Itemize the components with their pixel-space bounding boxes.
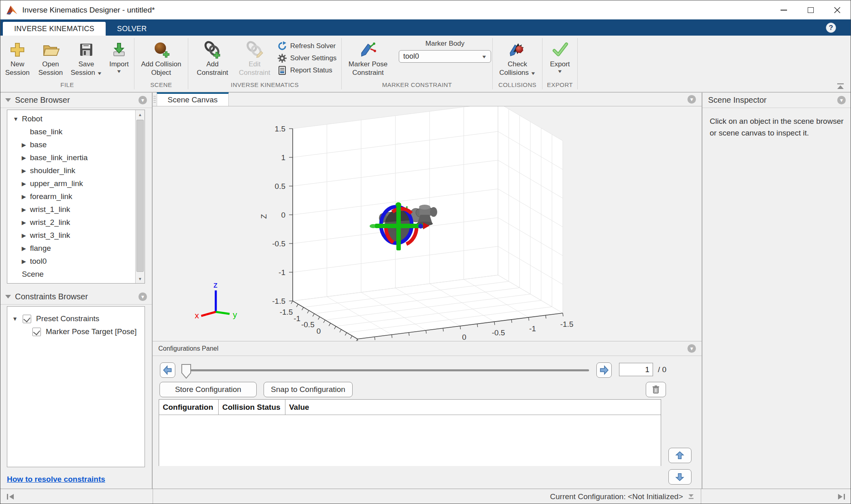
configuration-index-input[interactable] — [619, 363, 653, 376]
ribbon: New Session Open Session Save Session ▼ … — [0, 36, 851, 93]
move-configuration-up-button[interactable] — [668, 448, 691, 463]
marker-pose-constraint-button[interactable]: Marker Pose Constraint — [343, 39, 393, 77]
scroll-down-icon[interactable]: ▼ — [136, 274, 145, 283]
export-dropdown-caret: ▼ — [557, 69, 563, 74]
maximize-button[interactable] — [797, 0, 824, 19]
status-bar: Current Configuration: <Not Initialized> — [0, 489, 851, 504]
move-configuration-down-button[interactable] — [668, 469, 691, 485]
help-button[interactable]: ? — [826, 23, 836, 33]
expand-arrow-icon[interactable]: ▶ — [19, 245, 28, 252]
report-status-button[interactable]: Report Status — [277, 66, 336, 75]
expand-arrow-icon[interactable]: ▶ — [19, 142, 28, 148]
snap-to-configuration-button[interactable]: Snap to Configuration — [264, 382, 353, 397]
preset-constraints-checkbox[interactable] — [23, 315, 31, 323]
panel-grip-icon[interactable] — [153, 96, 157, 106]
tree-item-robot[interactable]: ▼Robot — [7, 112, 135, 125]
expand-arrow-icon[interactable]: ▼ — [11, 316, 19, 322]
expand-arrow-icon[interactable]: ▶ — [19, 219, 28, 226]
tree-item-base-link[interactable]: base_link — [7, 125, 135, 138]
tree-item-wrist-2-link[interactable]: ▶wrist_2_link — [7, 216, 135, 229]
constraint-item-preset[interactable]: ▼ Preset Constraints — [7, 312, 145, 325]
edit-constraint-button[interactable]: Edit Constraint — [235, 39, 274, 77]
tree-item-base-link-inertia[interactable]: ▶base_link_inertia — [7, 151, 135, 164]
expand-arrow-icon[interactable]: ▶ — [19, 155, 28, 161]
collapse-ribbon-button[interactable] — [836, 83, 845, 89]
expand-arrow-icon[interactable]: ▶ — [19, 258, 28, 265]
scrollbar[interactable]: ▲ ▼ — [135, 110, 145, 283]
new-session-button[interactable]: New Session — [1, 39, 34, 77]
add-collision-object-button[interactable]: Add Collision Object — [138, 39, 184, 77]
svg-text:-1: -1 — [294, 314, 300, 323]
section-label-inverse-kinematics: INVERSE KINEMATICS — [188, 81, 341, 92]
svg-text:-1: -1 — [279, 268, 285, 277]
ribbon-group-scene: Add Collision Object SCENE — [134, 36, 188, 92]
marker-pose-target-checkbox[interactable] — [32, 328, 41, 336]
solver-settings-icon — [277, 53, 287, 63]
tab-scene-canvas[interactable]: Scene Canvas — [157, 92, 229, 106]
panel-menu-icon[interactable]: ▼ — [138, 96, 147, 104]
tree-item-wrist-3-link[interactable]: ▶wrist_3_link — [7, 229, 135, 242]
tab-solver[interactable]: SOLVER — [106, 22, 158, 36]
import-button[interactable]: Import ▼ — [105, 39, 133, 74]
expand-arrow-icon[interactable]: ▶ — [19, 180, 28, 187]
expand-arrow-icon[interactable]: ▼ — [11, 116, 20, 122]
tab-inverse-kinematics[interactable]: INVERSE KINEMATICS — [3, 22, 106, 36]
check-collisions-button[interactable]: Check Collisions ▼ — [496, 39, 538, 78]
open-session-button[interactable]: Open Session — [34, 39, 68, 77]
tree-item-tool0[interactable]: ▶tool0 — [7, 255, 135, 268]
status-bar-left — [0, 489, 153, 504]
close-button[interactable] — [824, 0, 851, 19]
slider-thumb[interactable] — [181, 364, 191, 379]
tree-item-flange[interactable]: ▶flange — [7, 242, 135, 255]
solver-settings-button[interactable]: Solver Settings — [277, 53, 336, 63]
constraint-item-marker-pose-target[interactable]: Marker Pose Target [Pose] — [7, 325, 145, 338]
refresh-solver-button[interactable]: Refresh Solver — [277, 41, 336, 51]
expand-arrow-icon[interactable]: ▶ — [19, 232, 28, 239]
ribbon-group-file: New Session Open Session Save Session ▼ … — [0, 36, 134, 92]
tree-item-wrist-1-link[interactable]: ▶wrist_1_link — [7, 203, 135, 216]
status-bar-center: Current Configuration: <Not Initialized> — [153, 489, 701, 504]
3d-plot[interactable]: 1.510.50-0.5-1-1.5-1.5-1-0.500-0.5-1-1.5… — [153, 106, 702, 341]
panel-menu-icon[interactable]: ▼ — [687, 95, 696, 104]
trash-icon — [652, 385, 660, 394]
tree-item-shoulder-link[interactable]: ▶shoulder_link — [7, 164, 135, 177]
scroll-up-icon[interactable]: ▲ — [136, 110, 145, 119]
expand-arrow-icon[interactable]: ▶ — [19, 167, 28, 174]
section-label-file: FILE — [0, 81, 134, 92]
constraints-browser-tree: ▼ Preset Constraints Marker Pose Target … — [7, 306, 145, 467]
tree-item-base[interactable]: ▶base — [7, 138, 135, 151]
tree-item-upper-arm-link[interactable]: ▶upper_arm_link — [7, 177, 135, 190]
marker-body-dropdown[interactable]: tool0 ▼ — [399, 50, 491, 63]
delete-configuration-button[interactable] — [646, 382, 666, 397]
scrollbar-thumb[interactable] — [136, 120, 144, 272]
expand-arrow-icon[interactable]: ▶ — [19, 206, 28, 213]
collapse-panel-icon[interactable] — [5, 295, 11, 299]
triad-y-label: y — [233, 310, 237, 319]
store-configuration-button[interactable]: Store Configuration — [160, 382, 257, 397]
panel-menu-icon[interactable]: ▼ — [837, 96, 846, 104]
tree-item-forearm-link[interactable]: ▶forearm_link — [7, 190, 135, 203]
minimize-button[interactable] — [770, 0, 797, 19]
tree-item-scene[interactable]: Scene — [7, 268, 135, 281]
previous-configuration-button[interactable] — [160, 362, 175, 378]
scene-browser-header: Scene Browser ▼ — [0, 93, 152, 108]
panel-menu-icon[interactable]: ▼ — [687, 344, 696, 353]
svg-text:-1: -1 — [529, 324, 536, 333]
collapse-panel-icon[interactable] — [5, 98, 11, 102]
collapse-right-panel-icon[interactable] — [837, 493, 846, 500]
panel-menu-icon[interactable]: ▼ — [138, 292, 147, 301]
scene-canvas-3d-view[interactable]: 1.510.50-0.5-1-1.5-1.5-1-0.500-0.5-1-1.5… — [153, 106, 702, 341]
add-constraint-button[interactable]: Add Constraint — [193, 39, 232, 77]
column-header-value: Value — [285, 400, 661, 415]
configurations-table-header: Configuration Collision Status Value — [159, 400, 661, 415]
expand-arrow-icon[interactable]: ▶ — [19, 193, 28, 200]
collapse-left-panel-icon[interactable] — [6, 493, 15, 500]
configuration-slider[interactable] — [182, 369, 589, 371]
configurations-panel-title: Configurations Panel — [158, 345, 219, 352]
how-to-resolve-constraints-link[interactable]: How to resolve constraints — [7, 475, 105, 484]
export-button[interactable]: Export ▼ — [545, 39, 575, 74]
collapse-configurations-panel-icon[interactable] — [687, 493, 695, 500]
save-session-button[interactable]: Save Session ▼ — [68, 39, 105, 78]
report-status-icon — [277, 66, 287, 75]
next-configuration-button[interactable] — [596, 362, 612, 378]
